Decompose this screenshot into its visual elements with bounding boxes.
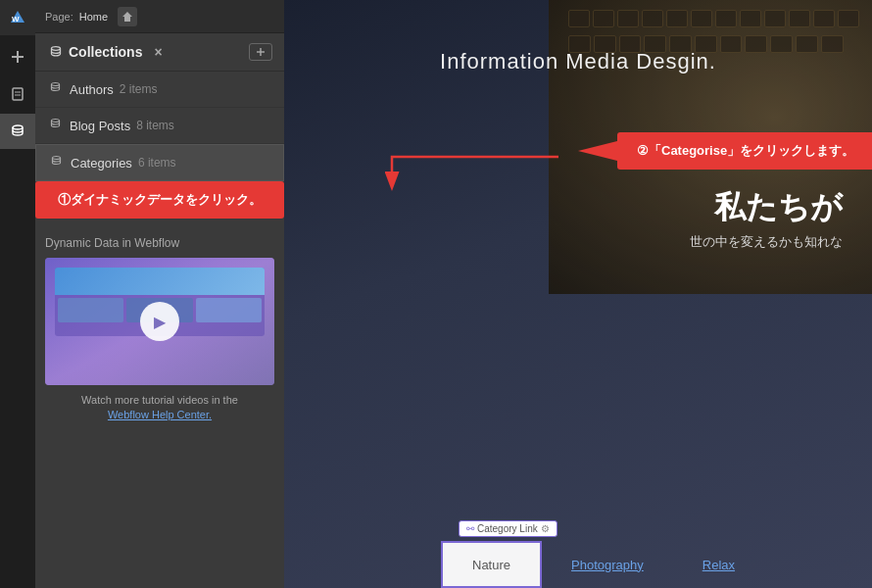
authors-label: Authors xyxy=(70,82,114,97)
webflow-logo: W xyxy=(0,0,35,35)
blog-posts-label: Blog Posts xyxy=(70,119,130,133)
tutorial-section: Dynamic Data in Webflow ▶ xyxy=(35,219,284,588)
pages-button[interactable] xyxy=(0,76,35,112)
collections-button[interactable] xyxy=(0,114,35,149)
callout-1: ①ダイナミックデータをクリック。 xyxy=(35,181,284,219)
japanese-title: 私たちが xyxy=(690,186,843,229)
main-content: Information Media Desgin. ②「Categorise」を… xyxy=(284,0,872,588)
main-title-area: Information Media Desgin. xyxy=(284,49,872,74)
category-relax[interactable]: Relax xyxy=(673,541,764,588)
panel-close-button[interactable]: × xyxy=(154,44,162,60)
left-toolbar: W xyxy=(0,0,35,588)
authors-db-icon xyxy=(49,81,62,97)
svg-text:W: W xyxy=(12,15,20,24)
play-button[interactable]: ▶ xyxy=(140,302,179,341)
collections-icon xyxy=(49,45,63,59)
categories-db-icon xyxy=(50,155,63,171)
page-name: Home xyxy=(79,11,108,23)
svg-rect-2 xyxy=(12,56,24,58)
main-title: Information Media Desgin. xyxy=(284,49,872,74)
settings-gear-icon: ⚙ xyxy=(541,523,550,534)
categories-label: Categories xyxy=(71,156,132,171)
category-link-badge: ⚯ Category Link ⚙ xyxy=(459,520,557,537)
watch-text: Watch more tutorial videos in the Webflo… xyxy=(45,393,274,423)
svg-point-6 xyxy=(13,125,23,129)
svg-point-12 xyxy=(53,157,61,160)
svg-rect-3 xyxy=(13,88,23,100)
svg-point-10 xyxy=(52,83,60,86)
add-button[interactable] xyxy=(0,39,35,74)
blog-posts-db-icon xyxy=(49,118,62,133)
svg-point-11 xyxy=(52,120,60,122)
tutorial-video-thumb[interactable]: ▶ xyxy=(45,258,274,385)
collection-item-blog-posts[interactable]: Blog Posts 8 items xyxy=(35,108,284,144)
home-icon[interactable] xyxy=(118,7,137,26)
add-collection-button[interactable] xyxy=(249,43,272,61)
collection-item-authors[interactable]: Authors 2 items xyxy=(35,72,284,108)
help-center-link[interactable]: Webflow Help Center. xyxy=(108,409,212,420)
link-icon: ⚯ xyxy=(466,523,474,534)
japanese-text-area: 私たちが 世の中を変えるかも知れな xyxy=(690,186,843,251)
blog-posts-count: 8 items xyxy=(136,119,174,132)
authors-count: 2 items xyxy=(120,82,158,96)
category-bar: Nature Photography Relax xyxy=(441,541,872,588)
callout-2-text: ②「Categorise」をクリックします。 xyxy=(637,143,854,158)
panel-header: Collections × xyxy=(35,33,284,72)
page-label: Page: xyxy=(45,11,73,23)
add-icon xyxy=(256,47,266,57)
collections-panel: Page: Home Collections × xyxy=(35,0,284,588)
categories-count: 6 items xyxy=(138,156,176,170)
background-image xyxy=(284,0,872,588)
panel-top-bar: Page: Home xyxy=(35,0,284,33)
app-container: W Page: Hom xyxy=(0,0,872,588)
panel-title-text: Collections xyxy=(69,44,142,60)
category-link-label: Category Link xyxy=(477,523,538,534)
category-nature[interactable]: Nature xyxy=(441,541,542,588)
collection-item-categories[interactable]: Categories 6 items xyxy=(35,144,284,181)
japanese-sub: 世の中を変えるかも知れな xyxy=(690,233,843,251)
tutorial-title: Dynamic Data in Webflow xyxy=(45,236,274,250)
callout-2: ②「Categorise」をクリックします。 xyxy=(617,132,872,170)
svg-rect-9 xyxy=(257,51,265,52)
panel-title-area: Collections × xyxy=(49,44,163,60)
callout-1-text: ①ダイナミックデータをクリック。 xyxy=(58,192,262,207)
category-photography[interactable]: Photography xyxy=(542,541,673,588)
svg-point-7 xyxy=(52,47,61,51)
